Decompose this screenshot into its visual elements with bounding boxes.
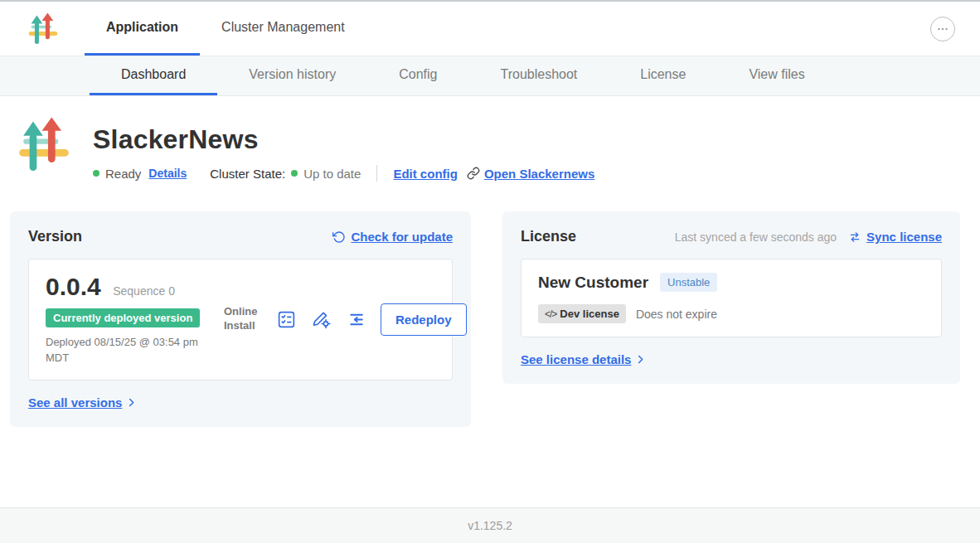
tab-application[interactable]: Application: [85, 2, 200, 56]
edit-config-link[interactable]: Edit config: [393, 167, 458, 181]
license-type-badge: </> Dev license: [538, 304, 626, 323]
see-all-versions-link[interactable]: See all versions: [28, 395, 138, 410]
version-sequence: Sequence 0: [113, 284, 175, 298]
license-type-label: Dev license: [560, 308, 619, 320]
license-card-header: License Last synced a few seconds ago Sy…: [521, 228, 942, 245]
subnav-item-troubleshoot[interactable]: Troubleshoot: [468, 56, 609, 95]
console-version: v1.125.2: [468, 519, 512, 532]
tab-cluster-management[interactable]: Cluster Management: [200, 2, 366, 56]
subnav-item-config[interactable]: Config: [367, 56, 468, 95]
last-synced-label: Last synced a few seconds ago: [675, 230, 837, 244]
version-card-header: Version Check for update: [28, 228, 453, 245]
license-card-title: License: [521, 228, 576, 245]
sync-icon: [848, 230, 861, 244]
app-header: Application Cluster Management: [0, 2, 980, 56]
deploy-logs-icon[interactable]: [346, 309, 366, 330]
details-link[interactable]: Details: [148, 167, 187, 180]
see-all-versions-label: See all versions: [28, 395, 122, 410]
app-hero: SlackerNews Ready Details Cluster State:…: [0, 96, 980, 182]
refresh-icon: [332, 230, 346, 244]
subnav-item-version-history[interactable]: Version history: [217, 56, 367, 95]
install-type-label: Online Install: [224, 305, 262, 333]
sync-license-link[interactable]: Sync license: [848, 230, 942, 244]
app-logo-icon: [28, 12, 58, 46]
deployed-timestamp: Deployed 08/15/25 @ 03:54 pm MDT: [46, 335, 224, 366]
dashboard-cards: Version Check for update 0.0.4 Seq: [10, 211, 960, 427]
chevron-right-icon: [125, 396, 138, 409]
check-for-update-link[interactable]: Check for update: [332, 230, 453, 244]
cluster-state-label: Cluster State:: [210, 167, 285, 181]
subnav-item-license[interactable]: License: [609, 56, 717, 95]
subnav-item-dashboard[interactable]: Dashboard: [90, 56, 217, 95]
app-status-row: Ready Details Cluster State: Up to date …: [93, 165, 594, 182]
ellipsis-icon: [935, 22, 950, 36]
chevron-right-icon: [634, 353, 647, 366]
link-icon: [467, 167, 480, 180]
subnav-item-view-files[interactable]: View files: [717, 56, 836, 95]
dashboard-main: SlackerNews Ready Details Cluster State:…: [0, 96, 980, 427]
release-notes-icon[interactable]: [276, 309, 297, 330]
version-info: 0.0.4 Sequence 0 Currently deployed vers…: [46, 273, 224, 366]
edit-config-icon[interactable]: [311, 309, 332, 330]
secondary-nav: Dashboard Version history Config Trouble…: [0, 56, 980, 96]
version-card: Version Check for update 0.0.4 Seq: [10, 211, 471, 427]
license-details-box: New Customer Unstable </> Dev license Do…: [521, 259, 942, 337]
license-expiry: Does not expire: [636, 308, 717, 321]
primary-nav: Application Cluster Management: [85, 2, 366, 56]
version-actions: Online Install: [224, 303, 467, 336]
version-number: 0.0.4: [46, 273, 101, 300]
divider: [376, 165, 377, 182]
version-card-title: Version: [28, 228, 82, 245]
current-version-box: 0.0.4 Sequence 0 Currently deployed vers…: [28, 259, 453, 381]
page-title: SlackerNews: [93, 124, 594, 155]
open-app-link[interactable]: Open Slackernews: [467, 167, 594, 181]
ready-status-dot: [93, 170, 99, 177]
open-app-label: Open Slackernews: [484, 167, 594, 181]
code-icon: </>: [545, 308, 556, 320]
channel-badge: Unstable: [660, 273, 717, 292]
cluster-state-value: Up to date: [303, 167, 361, 181]
deployed-badge: Currently deployed version: [46, 308, 200, 327]
redeploy-button[interactable]: Redeploy: [381, 303, 467, 336]
app-icon: [18, 116, 70, 174]
see-license-details-label: See license details: [521, 352, 631, 366]
check-for-update-label: Check for update: [351, 230, 453, 244]
license-card: License Last synced a few seconds ago Sy…: [502, 211, 960, 384]
customer-name: New Customer: [538, 274, 648, 292]
cluster-state-dot: [291, 170, 298, 177]
app-footer: v1.125.2: [0, 507, 980, 543]
see-license-details-link[interactable]: See license details: [521, 352, 647, 366]
overflow-menu-button[interactable]: [930, 17, 955, 41]
ready-status-label: Ready: [105, 167, 141, 181]
sync-license-label: Sync license: [866, 230, 942, 244]
